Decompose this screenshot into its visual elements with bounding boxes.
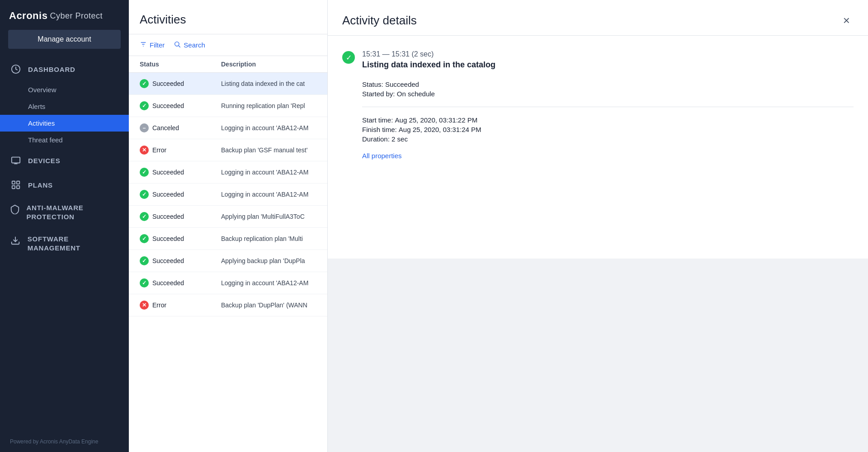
table-row[interactable]: ✕ Error Backup plan 'GSF manual test' xyxy=(129,139,327,161)
sidebar-item-devices-label: DEVICES xyxy=(28,157,60,165)
description-cell: Applying plan 'MultiFullA3ToC xyxy=(221,213,316,220)
details-body: ✓ 15:31 — 15:31 (2 sec) Listing data ind… xyxy=(328,36,868,259)
all-properties-link[interactable]: All properties xyxy=(362,152,402,160)
table-row[interactable]: ✓ Succeeded Logging in account 'ABA12-AM xyxy=(129,272,327,294)
canceled-icon: – xyxy=(140,123,149,132)
filter-button[interactable]: Filter xyxy=(140,41,165,49)
shield-icon xyxy=(10,204,20,214)
table-row[interactable]: ✓ Succeeded Running replication plan 'Re… xyxy=(129,95,327,117)
table-row[interactable]: ✕ Error Backup plan 'DupPlan' (WANN xyxy=(129,294,327,316)
description-cell: Logging in account 'ABA12-AM xyxy=(221,124,316,132)
details-title-block: 15:31 — 15:31 (2 sec) Listing data index… xyxy=(362,50,495,70)
status-cell: ✓ Succeeded xyxy=(140,234,221,243)
sidebar-item-dashboard[interactable]: DASHBOARD xyxy=(0,57,129,81)
col-description: Description xyxy=(221,61,316,68)
col-status: Status xyxy=(140,61,221,68)
table-row[interactable]: ✓ Succeeded Applying backup plan 'DupPla xyxy=(129,250,327,272)
status-label: Succeeded xyxy=(152,213,184,220)
activity-details-panel: Activity details × ✓ 15:31 — 15:31 (2 se… xyxy=(328,0,868,452)
succeeded-icon: ✓ xyxy=(140,190,149,199)
status-cell: ✕ Error xyxy=(140,301,221,310)
status-cell: ✕ Error xyxy=(140,146,221,155)
status-meta-row: Status: Succeeded xyxy=(362,80,854,88)
description-cell: Listing data indexed in the cat xyxy=(221,80,316,87)
svg-rect-5 xyxy=(17,181,19,184)
details-title: Activity details xyxy=(342,14,417,28)
sidebar-item-overview[interactable]: Overview xyxy=(0,81,129,98)
started-by-label: Started by: xyxy=(362,90,395,98)
finish-time-value: Aug 25, 2020, 03:31:24 PM xyxy=(399,126,481,133)
activities-list: Activities Filter xyxy=(129,0,328,452)
activities-panel: Activities Filter xyxy=(129,0,868,452)
sidebar-item-anti-malware[interactable]: ANTI-MALWARE PROTECTION xyxy=(0,197,129,228)
all-properties-container: All properties xyxy=(342,152,854,160)
filter-icon xyxy=(140,41,147,49)
activities-title: Activities xyxy=(129,0,327,34)
succeeded-icon: ✓ xyxy=(140,212,149,221)
sidebar-item-activities[interactable]: Activities xyxy=(0,115,129,132)
status-meta-value-text: Succeeded xyxy=(385,80,419,88)
table-row[interactable]: ✓ Succeeded Logging in account 'ABA12-AM xyxy=(129,161,327,184)
status-cell: ✓ Succeeded xyxy=(140,212,221,221)
status-cell: – Canceled xyxy=(140,123,221,132)
table-row[interactable]: – Canceled Logging in account 'ABA12-AM xyxy=(129,117,327,139)
details-header: Activity details × xyxy=(328,0,868,36)
description-cell: Applying backup plan 'DupPla xyxy=(221,257,316,264)
close-button[interactable]: × xyxy=(840,13,854,28)
duration-value: 2 sec xyxy=(392,135,408,143)
svg-point-12 xyxy=(175,42,179,46)
details-activity-title: Listing data indexed in the catalog xyxy=(362,60,495,70)
error-icon: ✕ xyxy=(140,146,149,155)
status-label: Succeeded xyxy=(152,191,184,198)
table-row[interactable]: ✓ Succeeded Applying plan 'MultiFullA3To… xyxy=(129,206,327,228)
sidebar-item-software-management[interactable]: SOFTWARE MANAGEMENT xyxy=(0,228,129,259)
status-cell: ✓ Succeeded xyxy=(140,256,221,265)
sidebar-item-alerts[interactable]: Alerts xyxy=(0,98,129,115)
started-by-meta-row: Started by: On schedule xyxy=(362,90,854,98)
status-label: Succeeded xyxy=(152,279,184,287)
description-cell: Backup plan 'DupPlan' (WANN xyxy=(221,301,316,309)
sidebar-item-plans[interactable]: PLANS xyxy=(0,173,129,197)
status-meta-label: Status: xyxy=(362,80,383,88)
start-time-value: Aug 25, 2020, 03:31:22 PM xyxy=(395,116,478,124)
details-status-icon: ✓ xyxy=(342,51,355,64)
table-row[interactable]: ✓ Succeeded Listing data indexed in the … xyxy=(129,73,327,95)
filter-label: Filter xyxy=(150,41,165,49)
description-cell: Logging in account 'ABA12-AM xyxy=(221,191,316,198)
table-row[interactable]: ✓ Succeeded Logging in account 'ABA12-AM xyxy=(129,184,327,206)
status-label: Error xyxy=(152,301,166,309)
details-meta: Status: Succeeded Started by: On schedul… xyxy=(362,80,854,98)
details-top-section: ✓ 15:31 — 15:31 (2 sec) Listing data ind… xyxy=(342,50,854,70)
devices-icon xyxy=(10,155,22,165)
search-button[interactable]: Search xyxy=(174,41,205,49)
status-cell: ✓ Succeeded xyxy=(140,168,221,177)
description-cell: Logging in account 'ABA12-AM xyxy=(221,279,316,287)
status-label: Succeeded xyxy=(152,169,184,176)
svg-line-13 xyxy=(179,46,180,47)
activities-toolbar: Filter Search xyxy=(129,34,327,56)
svg-rect-6 xyxy=(12,186,15,188)
details-time: 15:31 — 15:31 (2 sec) xyxy=(362,50,495,58)
status-label: Succeeded xyxy=(152,80,184,87)
search-icon xyxy=(174,41,181,49)
sidebar-item-software-label: SOFTWARE MANAGEMENT xyxy=(28,235,119,252)
description-cell: Backup plan 'GSF manual test' xyxy=(221,146,316,154)
finish-time-row: Finish time: Aug 25, 2020, 03:31:24 PM xyxy=(362,126,854,133)
software-icon xyxy=(10,235,21,245)
error-icon: ✕ xyxy=(140,301,149,310)
details-separator xyxy=(362,107,854,107)
sidebar-item-threat-feed[interactable]: Threat feed xyxy=(0,132,129,148)
table-row[interactable]: ✓ Succeeded Backup replication plan 'Mul… xyxy=(129,228,327,250)
plans-icon xyxy=(10,180,22,190)
dashboard-icon xyxy=(10,64,22,74)
details-lower-area xyxy=(328,259,868,452)
sidebar-footer: Powered by Acronis AnyData Engine xyxy=(0,431,129,452)
duration-row: Duration: 2 sec xyxy=(362,135,854,143)
duration-label: Duration: xyxy=(362,135,390,143)
start-time-label: Start time: xyxy=(362,116,393,124)
status-cell: ✓ Succeeded xyxy=(140,278,221,287)
details-time-meta: Start time: Aug 25, 2020, 03:31:22 PM Fi… xyxy=(362,116,854,143)
sidebar: Acronis Cyber Protect Manage account DAS… xyxy=(0,0,129,452)
sidebar-item-devices[interactable]: DEVICES xyxy=(0,148,129,173)
manage-account-button[interactable]: Manage account xyxy=(8,30,121,49)
